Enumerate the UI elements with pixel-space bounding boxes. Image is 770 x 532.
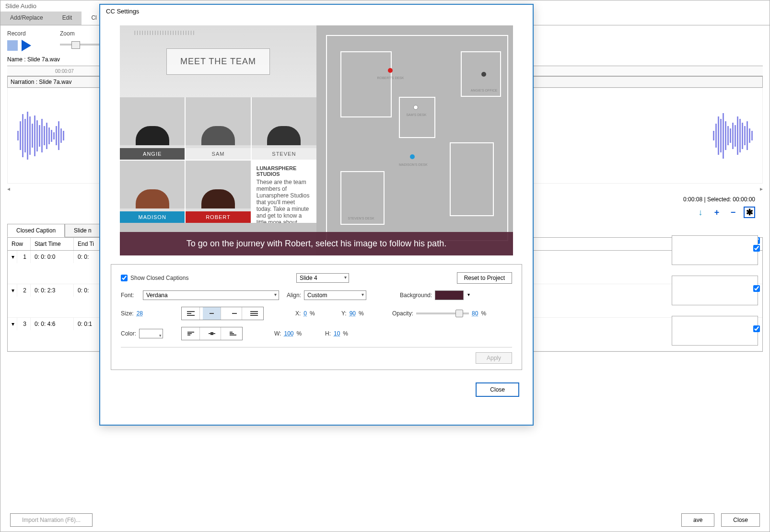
- align-justify-icon[interactable]: [245, 307, 263, 320]
- valign-top-icon[interactable]: [182, 327, 200, 340]
- show-cc-checkbox[interactable]: [121, 275, 128, 281]
- settings-panel: Show Closed Captions Slide 4 Reset to Pr…: [111, 264, 522, 370]
- subtab-closed-caption[interactable]: Closed Caption: [7, 224, 65, 237]
- expand-icon[interactable]: ▾: [8, 251, 17, 263]
- align-dropdown[interactable]: Custom: [304, 290, 366, 300]
- reset-button[interactable]: Reset to Project: [457, 272, 512, 284]
- valign-bottom-icon[interactable]: [224, 327, 242, 340]
- scroll-right-icon[interactable]: ▸: [760, 185, 763, 192]
- decorative-dots: ||||||||||||||||||||||||: [134, 30, 196, 35]
- tab-add-replace[interactable]: Add/Replace: [0, 12, 53, 25]
- team-name: STEVEN: [252, 148, 316, 160]
- subtab-slide-notes[interactable]: Slide n: [65, 224, 101, 237]
- import-narration-button[interactable]: Import Narration (F6)...: [10, 513, 93, 527]
- apply-button[interactable]: Apply: [476, 352, 512, 364]
- gear-icon[interactable]: ✱: [744, 207, 755, 218]
- align-center-icon[interactable]: [203, 307, 221, 320]
- th-start: Start Time: [31, 238, 74, 250]
- background-color-picker[interactable]: [435, 290, 464, 300]
- slide-preview: |||||||||||||||||||||||| MEET THE TEAM A…: [120, 25, 513, 255]
- th-row: Row: [8, 238, 31, 250]
- expand-icon[interactable]: ▾: [8, 284, 17, 297]
- close-button[interactable]: Close: [721, 513, 760, 527]
- text-color-picker[interactable]: [139, 329, 163, 338]
- cc-settings-dialog: CC Settings |||||||||||||||||||||||| MEE…: [99, 4, 534, 426]
- row-checkbox[interactable]: [753, 285, 760, 292]
- caption-text-field[interactable]: [672, 316, 758, 346]
- x-value[interactable]: 0: [303, 310, 307, 317]
- tab-edit[interactable]: Edit: [53, 12, 82, 25]
- dialog-close-button[interactable]: Close: [476, 382, 519, 397]
- floorplan: ROBERT'S DESK ANGIE'S OFFICE SAM'S DESK …: [316, 25, 513, 255]
- w-value[interactable]: 100: [284, 330, 293, 337]
- row-checkbox[interactable]: [753, 325, 760, 332]
- expand-icon[interactable]: ▾: [8, 318, 17, 330]
- play-button[interactable]: [22, 40, 31, 51]
- align-left-icon[interactable]: [182, 307, 200, 320]
- plus-icon[interactable]: +: [711, 207, 723, 218]
- valign-middle-icon[interactable]: [203, 327, 221, 340]
- record-button[interactable]: [7, 40, 18, 51]
- team-name: ROBERT: [186, 211, 250, 223]
- team-name: SAM: [186, 148, 250, 160]
- caption-text-field[interactable]: [672, 235, 758, 265]
- save-button[interactable]: ave: [681, 513, 714, 527]
- y-value[interactable]: 90: [350, 310, 356, 317]
- size-value[interactable]: 28: [137, 310, 143, 317]
- caption-text-field[interactable]: [672, 276, 758, 305]
- team-description: LUNARSPHERE STUDIOS These are the team m…: [252, 161, 316, 223]
- slide-dropdown[interactable]: Slide 4: [296, 273, 349, 283]
- text-align-group: [181, 307, 264, 320]
- team-name: MADISON: [120, 211, 185, 223]
- opacity-slider[interactable]: [416, 312, 469, 314]
- dialog-title: CC Settings: [100, 5, 533, 18]
- h-value[interactable]: 10: [334, 330, 340, 337]
- caption-overlay: To go on the journey with Robert, select…: [120, 232, 513, 255]
- show-cc-label: Show Closed Captions: [130, 275, 188, 281]
- minus-icon[interactable]: −: [727, 207, 739, 218]
- hero-title: MEET THE TEAM: [166, 48, 270, 75]
- arrow-down-icon[interactable]: ↓: [695, 207, 706, 218]
- font-dropdown[interactable]: Verdana: [143, 290, 279, 300]
- row-checkbox[interactable]: [753, 245, 760, 252]
- align-right-icon[interactable]: [224, 307, 242, 320]
- opacity-value[interactable]: 80: [472, 310, 478, 317]
- vertical-align-group: [181, 327, 243, 340]
- scroll-left-icon[interactable]: ◂: [7, 185, 10, 192]
- team-name: ANGIE: [120, 148, 185, 160]
- record-label: Record: [7, 30, 31, 37]
